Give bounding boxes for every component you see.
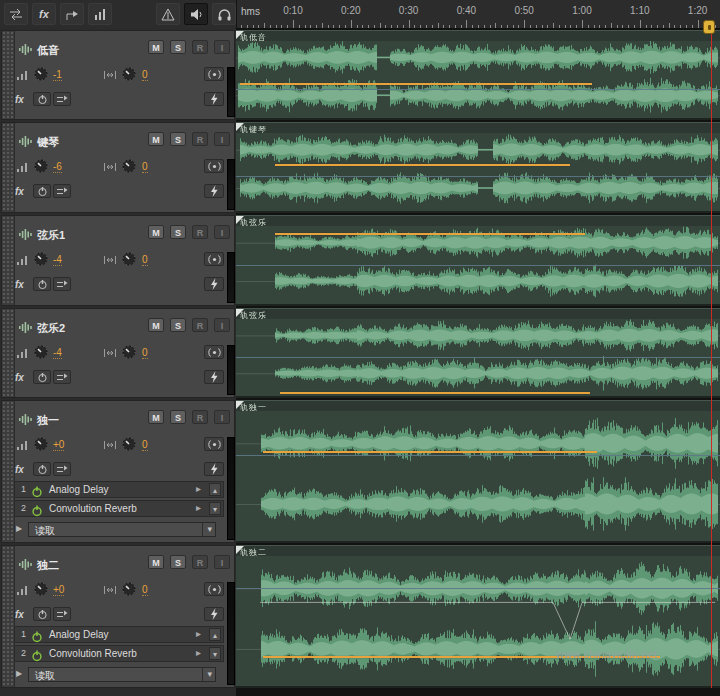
volume-value[interactable]: -1 [53,69,62,81]
record-arm-button[interactable]: R [192,225,208,239]
volume-knob[interactable] [34,159,48,173]
playhead-line[interactable] [711,28,712,688]
fx-slot-expand-icon[interactable]: ▸ [196,483,201,494]
volume-knob[interactable] [34,67,48,81]
fx-slot-power-icon[interactable] [31,503,43,521]
fx-power-icon[interactable] [33,607,51,621]
fx-slot-power-icon[interactable] [31,648,43,666]
track-drag-grip[interactable] [2,309,15,397]
solo-button[interactable]: S [170,40,186,54]
pan-knob[interactable] [122,67,136,81]
pan-value[interactable]: 0 [142,584,148,596]
fx-scroll-arrow-icon[interactable]: ▴ [209,628,221,641]
fx-power-icon[interactable] [33,462,51,476]
audio-clip[interactable]: 轨弦乐 [236,215,720,304]
sends-icon[interactable] [53,370,71,384]
monitor-input-icon[interactable] [204,252,224,266]
fx-slot-name[interactable]: Analog Delay [49,484,108,495]
mute-button[interactable]: M [148,225,164,239]
metronome-icon[interactable] [156,3,180,25]
pan-knob[interactable] [122,159,136,173]
automation-mode-select[interactable]: 读取 ▾ [28,522,216,537]
track-name[interactable]: 低音 [37,43,59,58]
fx-power-icon[interactable] [33,277,51,291]
record-arm-button[interactable]: R [192,410,208,424]
meters-icon[interactable] [88,3,112,25]
track-drag-grip[interactable] [2,546,15,687]
play-triangle-icon[interactable]: ▶ [16,669,22,678]
pan-envelope-line[interactable] [236,357,720,358]
audio-clip[interactable]: 轨独二 [236,545,720,686]
fx-slot-row[interactable]: 1 Analog Delay ▸ ▴ [14,626,224,643]
clip-fade-handle[interactable] [236,216,244,224]
sends-icon[interactable] [53,92,71,106]
sends-icon[interactable] [53,607,71,621]
monitor-input-icon[interactable] [204,582,224,596]
mute-button[interactable]: M [148,318,164,332]
fx-scroll-arrow-icon[interactable]: ▴ [209,483,221,496]
pan-value[interactable]: 0 [142,347,148,359]
pan-value[interactable]: 0 [142,69,148,81]
fx-slot-expand-icon[interactable]: ▸ [196,628,201,639]
volume-knob[interactable] [34,582,48,596]
solo-button[interactable]: S [170,410,186,424]
solo-button[interactable]: S [170,555,186,569]
record-arm-button[interactable]: R [192,132,208,146]
mute-button[interactable]: M [148,40,164,54]
play-triangle-icon[interactable]: ▶ [16,524,22,533]
fx-slot-row[interactable]: 1 Analog Delay ▸ ▴ [14,481,224,498]
track-drag-grip[interactable] [2,31,15,119]
volume-knob[interactable] [34,345,48,359]
volume-value[interactable]: -4 [53,347,62,359]
track-name[interactable]: 键琴 [37,135,59,150]
clip-fade-handle[interactable] [236,31,244,39]
volume-value[interactable]: -4 [53,254,62,266]
fx-power-icon[interactable] [33,370,51,384]
track-name[interactable]: 独一 [37,413,59,428]
pan-knob[interactable] [122,437,136,451]
pan-knob[interactable] [122,345,136,359]
clip-gain-envelope[interactable] [236,546,720,686]
dropdown-caret-icon[interactable]: ▾ [202,668,212,681]
input-monitor-button[interactable]: I [214,40,230,54]
input-monitor-button[interactable]: I [214,555,230,569]
fx-slot-expand-icon[interactable]: ▸ [196,502,201,513]
freeze-lightning-icon[interactable] [204,370,224,384]
fx-slot-name[interactable]: Analog Delay [49,629,108,640]
input-monitor-button[interactable]: I [214,132,230,146]
freeze-lightning-icon[interactable] [204,607,224,621]
pan-envelope-line[interactable] [236,265,720,266]
volume-value[interactable]: -6 [53,161,62,173]
clip-fade-handle[interactable] [236,309,244,317]
monitor-input-icon[interactable] [204,345,224,359]
pan-envelope-line[interactable] [236,455,720,456]
sends-icon[interactable] [53,277,71,291]
fx-slot-expand-icon[interactable]: ▸ [196,647,201,658]
pan-knob[interactable] [122,252,136,266]
input-monitor-button[interactable]: I [214,225,230,239]
clip-fade-handle[interactable] [236,123,244,131]
volume-envelope-line[interactable] [275,233,585,235]
track-drag-grip[interactable] [2,123,15,212]
timeline-ruler[interactable]: hms 0:100:200:300:400:501:001:101:20 [236,0,720,28]
solo-button[interactable]: S [170,132,186,146]
track-name[interactable]: 弦乐1 [37,228,65,243]
record-arm-button[interactable]: R [192,40,208,54]
fx-power-icon[interactable] [33,184,51,198]
volume-knob[interactable] [34,252,48,266]
audio-clip[interactable]: 轨低音 [236,30,720,118]
audio-clip[interactable]: 轨键琴 [236,122,720,211]
freeze-lightning-icon[interactable] [204,92,224,106]
pan-value[interactable]: 0 [142,254,148,266]
mute-button[interactable]: M [148,555,164,569]
swap-arrows-icon[interactable] [4,3,28,25]
fx-power-icon[interactable] [33,92,51,106]
record-arm-button[interactable]: R [192,555,208,569]
freeze-lightning-icon[interactable] [204,184,224,198]
input-monitor-button[interactable]: I [214,318,230,332]
send-route-icon[interactable] [60,3,84,25]
fx-slot-name[interactable]: Convolution Reverb [49,503,137,514]
fx-icon[interactable]: fx [32,3,56,25]
clip-fade-handle[interactable] [236,401,244,409]
audio-clip[interactable]: 轨弦乐 [236,308,720,396]
